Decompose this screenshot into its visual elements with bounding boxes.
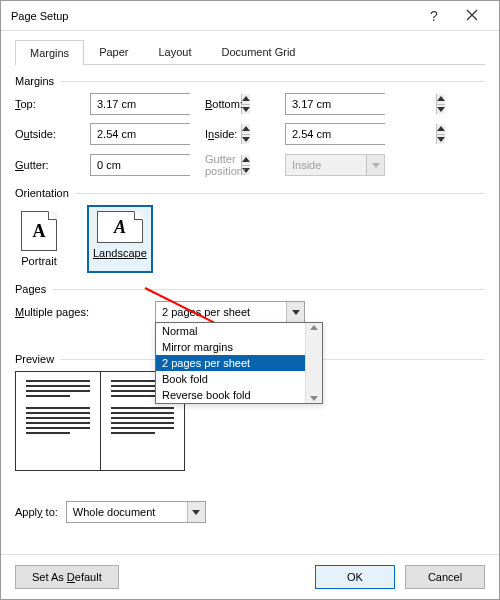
option-reverse-book-fold[interactable]: Reverse book fold — [156, 387, 322, 403]
inside-step-down[interactable] — [437, 135, 445, 145]
inside-label: Inside: — [205, 128, 275, 140]
multiple-pages-dropdown-list[interactable]: Normal Mirror margins 2 pages per sheet … — [155, 322, 323, 404]
dialog-title: Page Setup — [11, 10, 415, 22]
portrait-label: Portrait — [21, 255, 56, 267]
inside-input[interactable] — [286, 124, 436, 144]
scroll-up-icon — [310, 325, 318, 330]
help-icon: ? — [430, 8, 438, 24]
orientation-landscape[interactable]: A Landscape — [87, 205, 153, 273]
cancel-button[interactable]: Cancel — [405, 565, 485, 589]
apply-to-dropdown-button[interactable] — [187, 502, 205, 522]
multiple-pages-combo[interactable]: 2 pages per sheet — [155, 301, 305, 323]
multiple-pages-dropdown-button[interactable] — [286, 302, 304, 322]
dialog-footer: Set As Default OK Cancel — [1, 554, 499, 599]
gutter-pos-value: Inside — [286, 159, 366, 171]
scroll-down-icon — [310, 396, 318, 401]
close-icon — [466, 9, 478, 23]
preview-heading: Preview — [15, 353, 54, 365]
pages-heading: Pages — [15, 283, 46, 295]
close-button[interactable] — [453, 2, 491, 30]
landscape-label: Landscape — [93, 247, 147, 259]
landscape-icon: A — [97, 211, 143, 243]
divider — [75, 193, 485, 194]
set-as-default-label: Set As Default — [32, 571, 102, 583]
outside-label: Outside: — [15, 128, 80, 140]
option-normal[interactable]: Normal — [156, 323, 322, 339]
option-mirror-margins[interactable]: Mirror margins — [156, 339, 322, 355]
page-setup-dialog: Page Setup ? Margins Paper Layout Docume… — [0, 0, 500, 600]
preview-page-left — [16, 372, 101, 470]
apply-to-label: Apply to: — [15, 506, 58, 518]
help-button[interactable]: ? — [415, 2, 453, 30]
margins-heading: Margins — [15, 75, 54, 87]
divider — [52, 289, 485, 290]
tab-paper[interactable]: Paper — [84, 39, 143, 64]
top-spinner[interactable] — [90, 93, 190, 115]
multiple-pages-value: 2 pages per sheet — [156, 306, 286, 318]
multiple-pages-label: Multiple pages: — [15, 306, 145, 318]
bottom-step-up[interactable] — [437, 94, 445, 105]
bottom-label: Bottom: — [205, 98, 275, 110]
inside-spinner[interactable] — [285, 123, 385, 145]
tab-margins[interactable]: Margins — [15, 40, 84, 65]
bottom-step-down[interactable] — [437, 105, 445, 115]
gutter-pos-combo: Inside — [285, 154, 385, 176]
option-2-pages-per-sheet[interactable]: 2 pages per sheet — [156, 355, 322, 371]
outside-spinner[interactable] — [90, 123, 190, 145]
orientation-heading: Orientation — [15, 187, 69, 199]
tab-document-grid[interactable]: Document Grid — [207, 39, 311, 64]
ok-label: OK — [347, 571, 363, 583]
margins-grid: Top: Bottom: Outside: Inside: Gutter: — [15, 93, 485, 177]
orientation-portrait[interactable]: A Portrait — [15, 205, 63, 273]
apply-to-value: Whole document — [67, 506, 187, 518]
tab-strip: Margins Paper Layout Document Grid — [15, 39, 485, 65]
bottom-spinner[interactable] — [285, 93, 385, 115]
divider — [60, 81, 485, 82]
inside-step-up[interactable] — [437, 124, 445, 135]
gutter-pos-label: Gutter position: — [205, 153, 275, 177]
portrait-icon: A — [21, 211, 57, 251]
titlebar: Page Setup ? — [1, 1, 499, 31]
top-label: Top: — [15, 98, 80, 110]
apply-to-combo[interactable]: Whole document — [66, 501, 206, 523]
dropdown-scrollbar[interactable] — [305, 323, 322, 403]
gutter-pos-dropdown-button — [366, 155, 384, 175]
option-book-fold[interactable]: Book fold — [156, 371, 322, 387]
gutter-spinner[interactable] — [90, 154, 190, 176]
ok-button[interactable]: OK — [315, 565, 395, 589]
set-as-default-button[interactable]: Set As Default — [15, 565, 119, 589]
cancel-label: Cancel — [428, 571, 462, 583]
gutter-label: Gutter: — [15, 159, 80, 171]
bottom-input[interactable] — [286, 94, 436, 114]
tab-layout[interactable]: Layout — [143, 39, 206, 64]
